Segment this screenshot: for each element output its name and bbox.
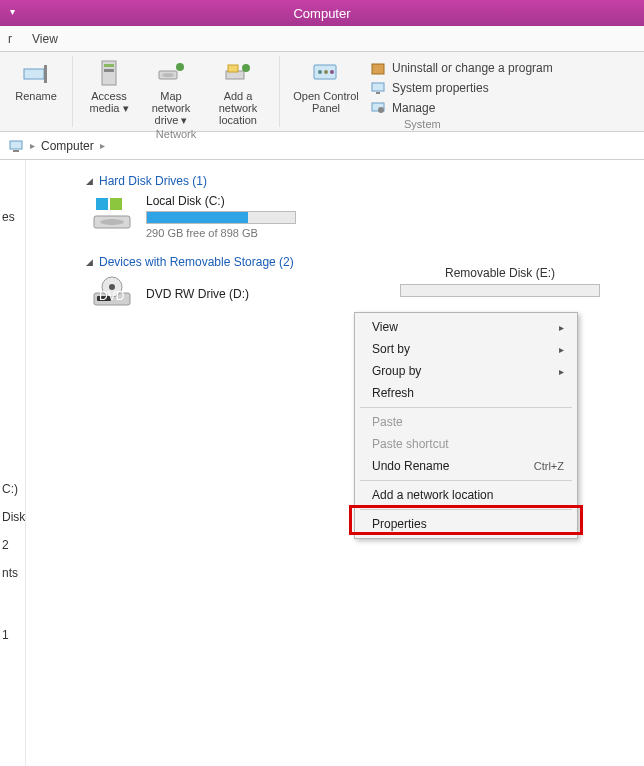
package-icon bbox=[370, 60, 386, 76]
context-menu-refresh[interactable]: Refresh bbox=[358, 382, 574, 404]
svg-rect-15 bbox=[372, 64, 384, 74]
collapse-icon[interactable]: ◢ bbox=[86, 257, 93, 267]
sidebar-item[interactable]: C:) bbox=[0, 482, 25, 496]
svg-text:DVD: DVD bbox=[99, 289, 125, 303]
ribbon: Rename Access media ▾ Map network drive … bbox=[0, 52, 644, 132]
svg-rect-21 bbox=[13, 150, 19, 152]
menubar-tab-computer[interactable]: r bbox=[8, 32, 12, 46]
system-properties-button[interactable]: System properties bbox=[370, 80, 553, 96]
drive-item-removable-e[interactable]: Removable Disk (E:) bbox=[400, 266, 600, 297]
context-menu-paste: Paste bbox=[358, 411, 574, 433]
svg-point-12 bbox=[318, 70, 322, 74]
hard-drive-icon bbox=[90, 194, 134, 232]
sidebar-item[interactable]: nts bbox=[0, 566, 25, 580]
drive-usage-bar bbox=[146, 211, 296, 224]
window-title: Computer bbox=[293, 6, 350, 21]
context-menu-view[interactable]: View▸ bbox=[358, 316, 574, 338]
breadcrumb-computer[interactable]: Computer bbox=[41, 139, 94, 153]
window-titlebar: ▾ Computer bbox=[0, 0, 644, 26]
drive-item-local-c[interactable]: Local Disk (C:) 290 GB free of 898 GB bbox=[90, 194, 644, 239]
computer-icon bbox=[8, 138, 24, 154]
context-menu-undo-rename[interactable]: Undo RenameCtrl+Z bbox=[358, 455, 574, 477]
submenu-arrow-icon: ▸ bbox=[559, 322, 564, 333]
sidebar-item[interactable]: Disk (E:) bbox=[0, 510, 25, 524]
server-icon bbox=[94, 58, 124, 88]
sidebar-item[interactable]: es bbox=[0, 210, 25, 224]
svg-point-6 bbox=[162, 73, 174, 77]
svg-rect-4 bbox=[104, 69, 114, 72]
map-network-drive-button[interactable]: Map network drive ▾ bbox=[141, 56, 201, 126]
svg-rect-25 bbox=[110, 198, 122, 210]
svg-rect-20 bbox=[10, 141, 22, 149]
menubar: r View bbox=[0, 26, 644, 52]
svg-rect-1 bbox=[44, 65, 47, 83]
rename-icon bbox=[21, 58, 51, 88]
sidebar-item[interactable]: 2 bbox=[0, 538, 25, 552]
rename-button[interactable]: Rename bbox=[6, 56, 66, 113]
submenu-arrow-icon: ▸ bbox=[559, 366, 564, 377]
manage-button[interactable]: Manage bbox=[370, 100, 553, 116]
control-panel-icon bbox=[311, 58, 341, 88]
open-control-panel-button[interactable]: Open Control Panel bbox=[286, 56, 366, 114]
svg-rect-17 bbox=[376, 92, 380, 94]
section-hard-disk-drives[interactable]: ◢ Hard Disk Drives (1) bbox=[86, 174, 644, 188]
network-drive-icon bbox=[156, 58, 186, 88]
context-menu: View▸ Sort by▸ Group by▸ Refresh Paste P… bbox=[354, 312, 578, 539]
svg-point-14 bbox=[330, 70, 334, 74]
collapse-icon[interactable]: ◢ bbox=[86, 176, 93, 186]
ribbon-group-network-label: Network bbox=[156, 128, 196, 140]
ribbon-group-system-label: System bbox=[404, 118, 441, 130]
gear-monitor-icon bbox=[370, 100, 386, 116]
sidebar-item[interactable]: 1 bbox=[0, 628, 25, 642]
address-bar[interactable]: ▸ Computer ▸ bbox=[0, 132, 644, 160]
drive-usage-fill bbox=[147, 212, 248, 223]
menu-separator bbox=[360, 480, 572, 481]
svg-rect-9 bbox=[228, 65, 238, 72]
svg-point-19 bbox=[378, 107, 384, 113]
svg-rect-16 bbox=[372, 83, 384, 91]
svg-rect-24 bbox=[96, 198, 108, 210]
svg-rect-3 bbox=[104, 64, 114, 67]
drive-free-text: 290 GB free of 898 GB bbox=[146, 227, 296, 239]
breadcrumb-chevron-icon[interactable]: ▸ bbox=[30, 140, 35, 151]
context-menu-properties[interactable]: Properties bbox=[358, 513, 574, 535]
context-menu-group-by[interactable]: Group by▸ bbox=[358, 360, 574, 382]
svg-point-13 bbox=[324, 70, 328, 74]
menu-separator bbox=[360, 407, 572, 408]
monitor-icon bbox=[370, 80, 386, 96]
svg-rect-0 bbox=[24, 69, 44, 79]
breadcrumb-chevron-icon[interactable]: ▸ bbox=[100, 140, 105, 151]
drive-name: Removable Disk (E:) bbox=[445, 266, 555, 280]
uninstall-program-button[interactable]: Uninstall or change a program bbox=[370, 60, 553, 76]
nav-sidebar: es C:) Disk (E:) 2 nts 1 bbox=[0, 160, 26, 766]
dropdown-icon[interactable]: ▾ bbox=[10, 6, 15, 17]
svg-point-10 bbox=[242, 64, 250, 72]
context-menu-sort-by[interactable]: Sort by▸ bbox=[358, 338, 574, 360]
submenu-arrow-icon: ▸ bbox=[559, 344, 564, 355]
add-network-location-button[interactable]: Add a network location bbox=[203, 56, 273, 126]
context-menu-add-network-location[interactable]: Add a network location bbox=[358, 484, 574, 506]
menu-separator bbox=[360, 509, 572, 510]
network-folder-icon bbox=[223, 58, 253, 88]
menubar-tab-view[interactable]: View bbox=[32, 32, 58, 46]
drive-name: Local Disk (C:) bbox=[146, 194, 296, 208]
dvd-drive-icon: DVD bbox=[90, 275, 134, 313]
drive-name: DVD RW Drive (D:) bbox=[146, 287, 249, 301]
svg-point-7 bbox=[176, 63, 184, 71]
access-media-button[interactable]: Access media ▾ bbox=[79, 56, 139, 126]
svg-point-23 bbox=[100, 219, 124, 225]
context-menu-paste-shortcut: Paste shortcut bbox=[358, 433, 574, 455]
drive-usage-bar bbox=[400, 284, 600, 297]
